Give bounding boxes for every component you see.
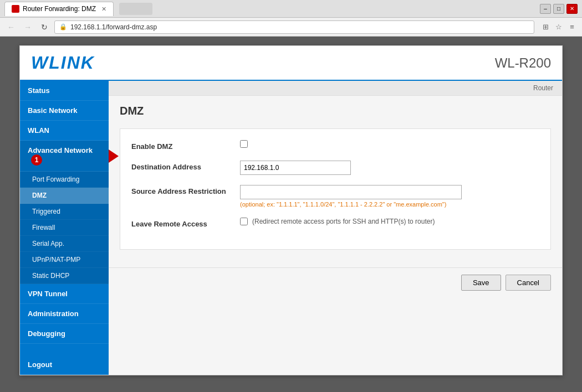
sidebar-item-dmz[interactable]: DMZ (20, 188, 109, 204)
browser-tab[interactable]: Router Forwarding: DMZ ✕ (4, 2, 114, 16)
enable-dmz-label: Enable DMZ (131, 140, 231, 151)
sidebar-item-debugging[interactable]: Debugging (20, 324, 109, 344)
destination-address-input[interactable] (240, 161, 351, 175)
enable-dmz-field (240, 140, 539, 149)
brand-logo: WLINK (31, 53, 95, 73)
source-restriction-field: (optional; ex: "1.1.1.1", "1.1.1.0/24", … (240, 185, 539, 208)
leave-remote-note: (Redirect remote access ports for SSH an… (252, 218, 435, 225)
reload-button[interactable]: ↻ (38, 20, 51, 34)
page-content: WLINK WL-R200 Status Basic Network WLAN … (0, 37, 582, 392)
content-breadcrumb: Router (109, 81, 562, 96)
minimize-button[interactable]: – (540, 4, 551, 14)
sidebar: Status Basic Network WLAN Advanced Netwo… (20, 81, 109, 375)
save-button[interactable]: Save (461, 275, 501, 291)
close-button[interactable]: ✕ (566, 4, 578, 14)
sidebar-item-basic-network[interactable]: Basic Network (20, 101, 109, 121)
address-text: 192.168.1.1/forward-dmz.asp (70, 23, 157, 31)
sidebar-submenu: Port Forwarding DMZ Triggered Firewall S… (20, 172, 109, 284)
window-controls: – □ ✕ (540, 4, 578, 14)
screenshot-icon[interactable]: ⊞ (540, 22, 551, 33)
sidebar-item-triggered[interactable]: Triggered (20, 204, 109, 220)
leave-remote-label: Leave Remote Access (131, 218, 231, 228)
router-panel: WLINK WL-R200 Status Basic Network WLAN … (19, 45, 563, 375)
source-restriction-row: Source Address Restriction (optional; ex… (131, 185, 539, 208)
sidebar-item-firewall[interactable]: Firewall (20, 220, 109, 236)
back-button[interactable]: ← (4, 20, 18, 34)
enable-dmz-row: Enable DMZ (131, 140, 539, 151)
sidebar-item-advanced-network[interactable]: Advanced Network 1 (20, 141, 109, 172)
nav-icons: ⊞ ☆ ≡ (540, 22, 578, 33)
sidebar-item-logout[interactable]: Logout (20, 355, 109, 375)
tab-favicon (12, 5, 19, 13)
leave-remote-row: Leave Remote Access (Redirect remote acc… (131, 218, 539, 228)
source-restriction-hint: (optional; ex: "1.1.1.1", "1.1.1.0/24", … (240, 201, 539, 208)
destination-address-label: Destination Address (131, 161, 231, 171)
main-content: Router DMZ Enable DMZ (109, 81, 562, 375)
model-name: WL-R200 (495, 55, 551, 71)
leave-remote-checkbox-row: (Redirect remote access ports for SSH an… (240, 218, 539, 225)
leave-remote-checkbox[interactable] (240, 218, 248, 225)
router-header: WLINK WL-R200 (20, 46, 562, 81)
source-restriction-input[interactable] (240, 185, 462, 199)
maximize-button[interactable]: □ (553, 4, 564, 14)
page-title: DMZ (120, 105, 551, 117)
address-icon: 🔒 (59, 23, 67, 30)
browser-navbar: ← → ↻ 🔒 192.168.1.1/forward-dmz.asp ⊞ ☆ … (0, 18, 582, 37)
tab-close-icon[interactable]: ✕ (101, 6, 106, 13)
destination-address-row: Destination Address (131, 161, 539, 175)
sidebar-spacer (20, 344, 109, 355)
content-body: DMZ Enable DMZ Destination Address (109, 96, 562, 267)
menu-icon[interactable]: ≡ (566, 22, 578, 33)
sidebar-item-static-dhcp[interactable]: Static DHCP (20, 268, 109, 284)
tab-title: Router Forwarding: DMZ (23, 5, 96, 13)
form-section: Enable DMZ Destination Address (120, 128, 551, 250)
cancel-button[interactable]: Cancel (506, 275, 551, 291)
leave-remote-field: (Redirect remote access ports for SSH an… (240, 218, 539, 225)
sidebar-item-status[interactable]: Status (20, 81, 109, 101)
browser-titlebar: Router Forwarding: DMZ ✕ – □ ✕ (0, 0, 582, 18)
source-restriction-label: Source Address Restriction (131, 185, 231, 195)
new-tab-area (119, 3, 152, 15)
sidebar-item-serial-app[interactable]: Serial App. (20, 236, 109, 252)
router-body: Status Basic Network WLAN Advanced Netwo… (20, 81, 562, 375)
sidebar-item-upnp[interactable]: UPnP/NAT-PMP (20, 252, 109, 268)
form-footer: Save Cancel (109, 267, 562, 297)
sidebar-item-port-forwarding[interactable]: Port Forwarding (20, 172, 109, 188)
sidebar-item-vpn[interactable]: VPN Tunnel (20, 284, 109, 304)
advanced-badge: 1 (31, 154, 42, 166)
enable-dmz-checkbox[interactable] (240, 140, 248, 148)
bookmark-icon[interactable]: ☆ (553, 22, 564, 33)
arrow-indicator (109, 149, 119, 163)
address-bar[interactable]: 🔒 192.168.1.1/forward-dmz.asp (54, 20, 534, 34)
destination-address-field (240, 161, 539, 175)
sidebar-item-wlan[interactable]: WLAN (20, 121, 109, 141)
forward-button[interactable]: → (21, 20, 34, 34)
sidebar-item-administration[interactable]: Administration (20, 304, 109, 324)
